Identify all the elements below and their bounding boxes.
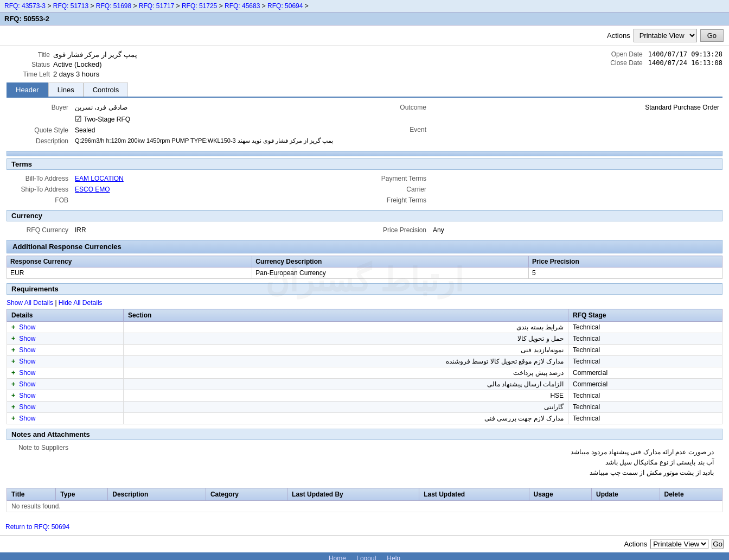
tab-header[interactable]: Header <box>7 82 48 97</box>
currency-label: Currency <box>7 210 722 221</box>
description-label: Description <box>7 136 72 147</box>
rfq-currency-label: RFQ Currency <box>7 225 72 236</box>
notes-table: Note to Suppliers در صورت عدم ارائه مدار… <box>7 442 722 483</box>
plus-icon-1: + <box>11 335 15 342</box>
att-col-update: Update <box>592 488 660 500</box>
note-lines: در صورت عدم ارائه مدارک فنی پیشنهاد مردو… <box>75 444 719 482</box>
freight-label: Freight Terms <box>364 195 430 206</box>
req-row: + Show مدارک لازم موقع تحویل کالا توسط ف… <box>7 356 722 367</box>
show-link-0[interactable]: Show <box>19 323 35 331</box>
req-header-row: Details Section RFQ Stage <box>7 309 722 322</box>
arc-precision-0: 5 <box>529 268 722 279</box>
ship-to-label: Ship-To Address <box>7 184 72 195</box>
bottom-view-select[interactable]: Printable View <box>650 539 708 549</box>
attachments-table: Title Type Description Category Last Upd… <box>7 488 722 512</box>
arc-description-0: Pan-European Currency <box>252 268 529 279</box>
tab-controls[interactable]: Controls <box>84 82 128 97</box>
time-left-value: 2 days 3 hours <box>53 70 99 78</box>
go-button[interactable]: Go <box>700 29 724 42</box>
note-suppliers-label: Note to Suppliers <box>7 442 72 483</box>
header-info: Title پمپ گریز از مرکز فشار قوی Status A… <box>7 50 722 78</box>
req-stage-2: Technical <box>568 345 722 356</box>
bill-to-link[interactable]: EAM LOCATION <box>75 175 124 182</box>
footer-home[interactable]: Home <box>329 555 346 560</box>
show-hide-bar: Show All Details | Hide All Details <box>7 297 722 309</box>
show-all-link[interactable]: Show All Details <box>7 299 53 307</box>
event-value <box>430 124 722 147</box>
show-link-1[interactable]: Show <box>19 335 35 342</box>
buyer-row: Buyer صادقی فرد، نسرین <box>7 102 364 113</box>
req-stage-0: Technical <box>568 322 722 333</box>
view-select[interactable]: Printable View <box>634 29 697 42</box>
show-link-5[interactable]: Show <box>19 380 35 388</box>
close-date-value: 1400/07/24 16:13:08 <box>648 59 722 67</box>
show-link-2[interactable]: Show <box>19 346 35 354</box>
freight-row: Freight Terms <box>364 195 722 206</box>
freight-value <box>430 195 722 206</box>
footer-help[interactable]: Help <box>387 555 400 560</box>
return-link[interactable]: Return to RFQ: 50694 <box>5 523 69 531</box>
bottom-go-button[interactable]: Go <box>712 539 724 549</box>
show-link-4[interactable]: Show <box>19 369 35 377</box>
footer-logout[interactable]: Logout <box>356 555 376 560</box>
ship-to-link[interactable]: ESCO EMO <box>75 186 110 193</box>
breadcrumb-item-4[interactable]: RFQ: 51725 <box>182 2 217 10</box>
actions-label: Actions <box>607 31 630 40</box>
att-col-updated-by: Last Updated By <box>287 488 419 500</box>
arc-currency-0: EUR <box>7 268 252 279</box>
arc-header: Additional Response Currencies <box>7 240 722 253</box>
notes-label: Notes and Attachments <box>7 429 722 440</box>
plus-icon-7: + <box>11 403 15 411</box>
note-line: در صورت عدم ارائه مدارک فنی پیشنهاد مردو… <box>80 447 714 457</box>
breadcrumb-item-1[interactable]: RFQ: 51713 <box>53 2 88 10</box>
description-row: Description Q:296m3/h h:120m 200kw 1450r… <box>7 136 364 147</box>
ship-to-value: ESCO EMO <box>72 184 364 195</box>
requirements-table: Details Section RFQ Stage + Show شرایط ب… <box>7 309 722 424</box>
req-section-4: درصد پیش پرداخت <box>124 367 568 379</box>
status-label: Status <box>7 61 50 68</box>
req-section-8: مدارک لازم جهت بررسی فنی <box>124 413 568 424</box>
outcome-value: Standard Purchase Order <box>430 102 722 124</box>
req-row: + Show درصد پیش پرداخت Commercial <box>7 367 722 379</box>
rfq-current: RFQ: 50553-2 <box>0 12 729 26</box>
requirements-label: Requirements <box>7 283 722 295</box>
req-row: + Show گارانتی Technical <box>7 402 722 413</box>
breadcrumb-item-2[interactable]: RFQ: 51698 <box>96 2 131 10</box>
price-precision-label: Price Precision <box>364 225 430 236</box>
requirements-wrapper: Requirements Show All Details | Hide All… <box>7 283 722 424</box>
req-row: + Show شرایط بسته بندی Technical <box>7 322 722 333</box>
att-col-cat: Category <box>206 488 287 500</box>
att-col-title: Title <box>7 488 56 500</box>
breadcrumb-item-5[interactable]: RFQ: 45683 <box>225 2 260 10</box>
show-link-6[interactable]: Show <box>19 392 35 399</box>
att-col-updated: Last Updated <box>419 488 529 500</box>
bill-to-row: Bill-To Address EAM LOCATION <box>7 173 364 184</box>
show-link-3[interactable]: Show <box>19 358 35 365</box>
att-col-delete: Delete <box>660 488 722 500</box>
show-link-8[interactable]: Show <box>19 415 35 422</box>
req-section-2: نمونه/بازدید فنی <box>124 345 568 356</box>
tab-lines[interactable]: Lines <box>48 82 84 97</box>
hide-all-link[interactable]: Hide All Details <box>59 299 103 307</box>
arc-table-head: Response Currency Currency Description P… <box>7 256 722 268</box>
att-no-results: No results found. <box>7 500 722 512</box>
req-stage-4: Commercial <box>568 367 722 379</box>
req-details-4: + Show <box>7 367 124 379</box>
title-label: Title <box>7 51 50 59</box>
title-row: Title پمپ گریز از مرکز فشار قوی <box>7 50 364 59</box>
req-stage-8: Technical <box>568 413 722 424</box>
breadcrumb-item-3[interactable]: RFQ: 51717 <box>139 2 174 10</box>
quote-style-row: Quote Style Sealed <box>7 125 364 136</box>
breadcrumb-item-6[interactable]: RFQ: 50694 <box>267 2 303 10</box>
fob-label: FOB <box>7 195 72 206</box>
breadcrumb-item-0[interactable]: RFQ: 43573-3 <box>4 2 46 10</box>
req-section-7: گارانتی <box>124 402 568 413</box>
price-precision-row: Price Precision Any <box>364 225 722 236</box>
plus-icon-0: + <box>11 323 15 331</box>
quote-style-value: Sealed <box>72 125 364 136</box>
terms-left: Bill-To Address EAM LOCATION Ship-To Add… <box>7 173 364 206</box>
show-link-7[interactable]: Show <box>19 403 35 411</box>
arc-col-precision: Price Precision <box>529 256 722 268</box>
checkbox-icon: ☑ <box>75 114 82 123</box>
header-tab-content: Buyer صادقی فرد، نسرین ☑ Two-Stage RFQ Q… <box>7 102 722 512</box>
